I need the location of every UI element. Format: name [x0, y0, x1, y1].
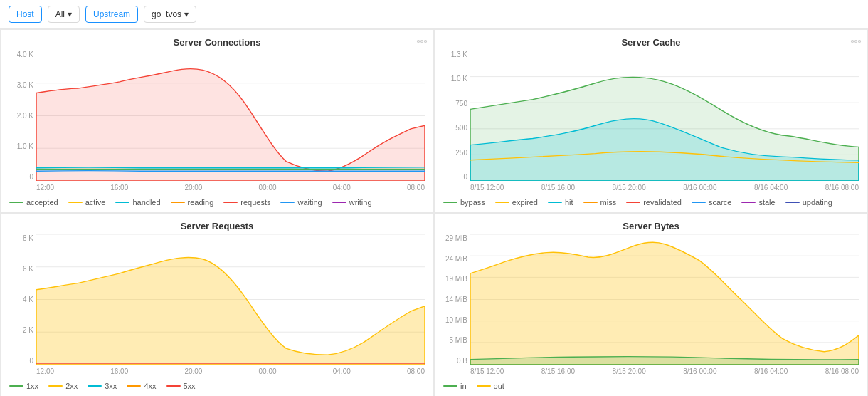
chevron-down-icon: ▾ — [184, 9, 189, 19]
cache-svg — [470, 51, 859, 181]
cache-legend: bypass expired hit miss revalidated scar… — [443, 195, 859, 207]
y-axis: 4.0 K 3.0 K 2.0 K 1.0 K 0 — [9, 51, 36, 181]
all-label: All — [55, 9, 65, 19]
y-axis: 8 K 6 K 4 K 2 K 0 — [9, 234, 36, 365]
settings-icon[interactable] — [416, 36, 428, 47]
host-button[interactable]: Host — [9, 6, 42, 23]
server-requests-panel: Server Requests 8 K 6 K 4 K 2 K 0 — [0, 213, 434, 396]
requests-svg — [36, 234, 425, 365]
bytes-svg — [470, 234, 859, 365]
requests-legend: 1xx 2xx 3xx 4xx 5xx — [9, 379, 425, 390]
upstream-button[interactable]: Upstream — [85, 6, 138, 23]
y-axis: 1.3 K 1.0 K 750 500 250 0 — [443, 51, 470, 181]
svg-point-2 — [425, 41, 427, 43]
x-axis: 8/15 12:00 8/15 16:00 8/15 20:00 8/16 00… — [470, 184, 859, 195]
all-dropdown[interactable]: All ▾ — [48, 6, 80, 23]
server-cache-panel: Server Cache 1.3 K 1.0 K 750 500 250 0 — [434, 29, 868, 213]
svg-point-0 — [418, 41, 420, 43]
server-bytes-chart: 29 MiB 24 MiB 19 MiB 14 MiB 10 MiB 5 MiB… — [443, 234, 859, 379]
svg-point-10 — [859, 41, 861, 43]
server-bytes-panel: Server Bytes 29 MiB 24 MiB 19 MiB 14 MiB… — [434, 213, 868, 396]
toolbar: Host All ▾ Upstream go_tvos ▾ — [0, 0, 868, 29]
dashboard: Server Connections 4.0 K 3.0 K 2.0 K 1.0… — [0, 29, 868, 396]
server-connections-panel: Server Connections 4.0 K 3.0 K 2.0 K 1.0… — [0, 29, 434, 213]
server-connections-chart: 4.0 K 3.0 K 2.0 K 1.0 K 0 — [9, 51, 425, 195]
server-bytes-title: Server Bytes — [443, 221, 859, 231]
connections-legend: accepted active handled reading requests… — [9, 195, 425, 207]
bytes-legend: in out — [443, 379, 859, 390]
x-axis: 12:00 16:00 20:00 00:00 04:00 08:00 — [36, 368, 425, 379]
server-cache-title: Server Cache — [443, 37, 859, 48]
go-tvos-label: go_tvos — [152, 9, 181, 19]
server-cache-chart: 1.3 K 1.0 K 750 500 250 0 — [443, 51, 859, 195]
svg-point-1 — [421, 41, 423, 43]
server-requests-title: Server Requests — [9, 221, 425, 231]
server-requests-chart: 8 K 6 K 4 K 2 K 0 12:00 16:00 20:00 — [9, 234, 425, 379]
x-axis: 8/15 12:00 8/15 16:00 8/15 20:00 8/16 00… — [470, 368, 859, 379]
connections-svg — [36, 51, 425, 181]
y-axis: 29 MiB 24 MiB 19 MiB 14 MiB 10 MiB 5 MiB… — [443, 234, 470, 365]
settings-icon[interactable] — [850, 36, 862, 47]
svg-point-8 — [852, 41, 854, 43]
svg-point-9 — [855, 41, 857, 43]
x-axis: 12:00 16:00 20:00 00:00 04:00 08:00 — [36, 184, 425, 195]
chevron-down-icon: ▾ — [68, 9, 72, 19]
server-connections-title: Server Connections — [9, 37, 425, 48]
go-tvos-dropdown[interactable]: go_tvos ▾ — [144, 6, 196, 23]
